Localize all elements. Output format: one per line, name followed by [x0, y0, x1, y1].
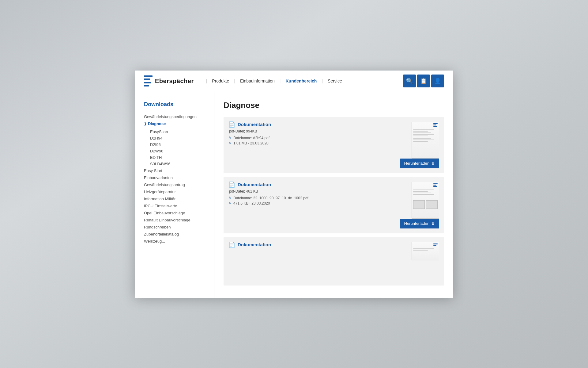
doc-info-1: 📄 Dokumentation pdf-Datei; 994KB Dateina…: [228, 122, 395, 146]
doc-thumbnail-inner-2: [412, 182, 439, 218]
sidebar-item-diagnose[interactable]: Diagnose: [144, 120, 206, 127]
sidebar-submenu-diagnose: EasyScan D2H94 D2I96 D2W96 EDiTH S3LD4W9…: [144, 128, 206, 167]
doc-right-3: [412, 242, 439, 282]
browser-window: Eberspächer | Produkte | Einbauinformati…: [135, 71, 453, 298]
doc-thumbnail-1: [412, 122, 439, 159]
doc-info-3: 📄 Dokumentation: [228, 242, 407, 249]
doc-right-2: Herunterladen ⬇: [400, 182, 439, 228]
sidebar-item-gewaehrleistungsbedingungen[interactable]: Gewährleistungsbedingungen: [144, 113, 206, 120]
doc-filename-1: Dateiname: d2h94.pdf: [233, 136, 270, 140]
doc-size-2: 471.6 KB · 23.03.2020: [233, 201, 270, 205]
sidebar-item-ipcu-einstellwerte[interactable]: IPCU Einstellwerte: [144, 202, 206, 209]
sidebar-item-rundschreiben[interactable]: Rundschreiben: [144, 224, 206, 231]
sidebar: Downloads Gewährleistungsbedingungen Dia…: [135, 92, 214, 298]
doc-title-3[interactable]: Dokumentation: [238, 242, 271, 247]
thumb-line: [413, 129, 434, 130]
thumb-logo-3: [433, 243, 438, 249]
sidebar-item-heizgeraetereparatur[interactable]: Heizgeräteparatur: [144, 188, 206, 195]
sidebar-subitem-d2i96[interactable]: D2I96: [150, 141, 206, 148]
doc-title-2[interactable]: Dokumentation: [238, 182, 271, 187]
nav-service[interactable]: Service: [323, 79, 347, 83]
logo-text: Eberspächer: [155, 78, 194, 85]
sidebar-subitem-d2h94[interactable]: D2H94: [150, 135, 206, 141]
doc-size-1: 1.01 MB · 23.03.2020: [233, 141, 269, 145]
user-button[interactable]: 👤: [431, 75, 444, 87]
main-content: Diagnose 📄 Dokumentation pdf-Datei; 994K…: [214, 92, 453, 298]
doc-title-row-1: 📄 Dokumentation: [228, 122, 395, 127]
sidebar-item-renault-einbauvorschlaege[interactable]: Renault Einbauvorschläge: [144, 217, 206, 224]
sidebar-item-information-militaer[interactable]: Information Militär: [144, 195, 206, 202]
download-btn-1[interactable]: Herunterladen ⬇: [400, 159, 439, 168]
logo-bar-4: [144, 85, 149, 86]
pdf-icon-1: 📄: [228, 122, 235, 127]
doc-card-2: 📄 Dokumentation pdf-Datei; 461 KB Datein…: [224, 177, 444, 233]
sidebar-subitem-edith[interactable]: EDiTH: [150, 154, 206, 161]
sidebar-item-zubehoerteilekatalog[interactable]: Zubehörteilekatalog: [144, 231, 206, 238]
doc-title-1[interactable]: Dokumentation: [238, 122, 271, 127]
page-title: Diagnose: [224, 101, 444, 110]
sidebar-subitem-s3ld4w96[interactable]: S3LD4W96: [150, 161, 206, 167]
pdf-icon-2: 📄: [228, 182, 235, 187]
download-btn-label-1: Herunterladen: [404, 161, 429, 166]
doc-detail-filename-2: Dateiname: 22_1000_90_97_10_de_1002.pdf: [228, 196, 395, 200]
sidebar-item-opel-einbauvorschlaege[interactable]: Opel Einbauvorschläge: [144, 209, 206, 217]
doc-card-3: 📄 Dokumentation: [224, 237, 444, 286]
doc-thumbnail-inner-1: [412, 122, 439, 158]
logo-bar-3: [144, 82, 151, 83]
sidebar-subitem-easyscan[interactable]: EasyScan: [150, 128, 206, 135]
doc-meta-2: pdf-Datei; 461 KB: [228, 189, 395, 194]
logo-area[interactable]: Eberspächer: [144, 75, 194, 86]
download-btn-label-2: Herunterladen: [404, 221, 429, 226]
search-button[interactable]: 🔍: [403, 75, 416, 87]
nav-einbauinformation[interactable]: Einbauinformation: [235, 79, 280, 83]
doc-meta-1: pdf-Datei; 994KB: [228, 129, 395, 133]
doc-info-2: 📄 Dokumentation pdf-Datei; 461 KB Datein…: [228, 182, 395, 206]
clipboard-button[interactable]: 📋: [417, 75, 430, 87]
doc-detail-filename-1: Dateiname: d2h94.pdf: [228, 136, 395, 140]
logo-bar-1: [144, 75, 153, 77]
doc-thumbnail-inner-3: [412, 242, 439, 260]
doc-title-row-3: 📄 Dokumentation: [228, 242, 407, 247]
doc-detail-size-1: 1.01 MB · 23.03.2020: [228, 141, 395, 145]
download-icon-2: ⬇: [431, 221, 435, 226]
nav-kundenbereich[interactable]: Kundenbereich: [281, 79, 322, 83]
doc-right-1: Herunterladen ⬇: [400, 122, 439, 168]
sidebar-subitem-d2w96[interactable]: D2W96: [150, 148, 206, 154]
download-icon-1: ⬇: [431, 161, 435, 166]
sidebar-item-werkzeug[interactable]: Werkzeug...: [144, 238, 206, 245]
sidebar-item-einbauvarianten[interactable]: Einbauvarianten: [144, 174, 206, 181]
thumb-logo-2: [433, 183, 438, 189]
doc-thumbnail-3: [412, 242, 439, 260]
header: Eberspächer | Produkte | Einbauinformati…: [135, 71, 453, 92]
download-btn-2[interactable]: Herunterladen ⬇: [400, 219, 439, 228]
doc-title-row-2: 📄 Dokumentation: [228, 182, 395, 187]
doc-detail-size-2: 471.6 KB · 23.03.2020: [228, 201, 395, 205]
logo-icon: [144, 75, 153, 86]
thumb-logo-1: [433, 123, 438, 129]
sidebar-item-easystart[interactable]: Easy Start: [144, 167, 206, 174]
nav-produkte[interactable]: Produkte: [207, 79, 234, 83]
doc-filename-2: Dateiname: 22_1000_90_97_10_de_1002.pdf: [233, 196, 308, 200]
logo-bar-2: [144, 79, 150, 80]
doc-thumbnail-2: [412, 182, 439, 219]
main-nav: | Produkte | Einbauinformation | Kundenb…: [206, 79, 403, 83]
pdf-icon-3: 📄: [228, 242, 235, 247]
sidebar-menu: Gewährleistungsbedingungen Diagnose Easy…: [144, 113, 206, 245]
content-area: Downloads Gewährleistungsbedingungen Dia…: [135, 92, 453, 298]
doc-card-1: 📄 Dokumentation pdf-Datei; 994KB Dateina…: [224, 117, 444, 173]
sidebar-title: Downloads: [144, 101, 206, 108]
sidebar-item-gewaehrleistungsantrag[interactable]: Gewährleistungsantrag: [144, 181, 206, 188]
header-icons: 🔍 📋 👤: [403, 75, 444, 87]
